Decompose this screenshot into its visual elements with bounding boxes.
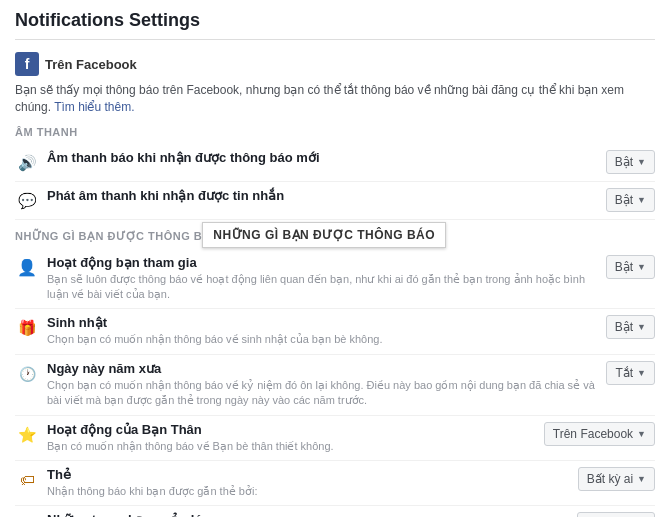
setting-row-the: 🏷 Thẻ Nhận thông báo khi bạn được gắn th…	[15, 461, 655, 506]
page-icon: 📄	[15, 513, 39, 517]
setting-row-nhung-trang-ban-quan-ly: 📄 Những trang bạn quản lý Chỉnh sửa	[15, 506, 655, 517]
sound-subsection-label: ÂM THANH	[15, 126, 655, 138]
setting-subtitle-the: Nhận thông báo khi bạn được gắn thẻ bởi:	[47, 484, 568, 499]
dropdown-am-thanh-bao[interactable]: Bật ▼	[606, 150, 655, 174]
setting-subtitle-hoat-dong-ban-tham-gia: Bạn sẽ luôn được thông báo về hoạt động …	[47, 272, 596, 303]
tooltip-trigger: ... Những gì bạn được thông báo	[202, 230, 213, 242]
dropdown-hoat-dong-ban-tham-gia[interactable]: Bật ▼	[606, 255, 655, 279]
chevron-down-icon: ▼	[637, 368, 646, 378]
facebook-section: f Trên Facebook Bạn sẽ thấy mọi thông bá…	[15, 52, 655, 517]
subsection-truncated: Những gì bạn được thông b	[15, 230, 202, 243]
person-icon: 👤	[15, 256, 39, 280]
chevron-down-icon: ▼	[637, 322, 646, 332]
setting-title-phat-am-thanh: Phát âm thanh khi nhận được tin nhắn	[47, 188, 596, 203]
setting-row-hoat-dong-ban-than: ⭐ Hoạt động của Bạn Thân Bạn có muốn nhậ…	[15, 416, 655, 461]
chat-icon: 💬	[15, 189, 39, 213]
setting-row-phat-am-thanh: 💬 Phát âm thanh khi nhận được tin nhắn B…	[15, 182, 655, 220]
dropdown-hoat-dong-ban-than[interactable]: Trên Facebook ▼	[544, 422, 655, 446]
setting-subtitle-hoat-dong-ban-than: Bạn có muốn nhận thông báo về Bạn bè thâ…	[47, 439, 534, 454]
setting-title-am-thanh-bao: Âm thanh báo khi nhận được thông báo mới	[47, 150, 596, 165]
setting-row-hoat-dong-ban-tham-gia: 👤 Hoạt động bạn tham gia Bạn sẽ luôn đượ…	[15, 249, 655, 310]
section-description: Bạn sẽ thấy mọi thông báo trên Facebook,…	[15, 82, 655, 116]
setting-title-ngay-nay-nam-xua: Ngày này năm xưa	[47, 361, 596, 376]
dropdown-phat-am-thanh[interactable]: Bật ▼	[606, 188, 655, 212]
chevron-down-icon: ▼	[637, 474, 646, 484]
chevron-down-icon: ▼	[637, 157, 646, 167]
setting-title-hoat-dong-ban-tham-gia: Hoạt động bạn tham gia	[47, 255, 596, 270]
chevron-down-icon: ▼	[637, 429, 646, 439]
sound-icon: 🔊	[15, 151, 39, 175]
setting-row-sinh-nhat: 🎁 Sinh nhật Chọn bạn có muốn nhận thông …	[15, 309, 655, 354]
dropdown-the[interactable]: Bất kỳ ai ▼	[578, 467, 655, 491]
dropdown-ngay-nay-nam-xua[interactable]: Tắt ▼	[606, 361, 655, 385]
page-container: Notifications Settings f Trên Facebook B…	[0, 0, 670, 517]
facebook-icon: f	[15, 52, 39, 76]
setting-row-ngay-nay-nam-xua: 🕐 Ngày này năm xưa Chọn bạn có muốn nhận…	[15, 355, 655, 416]
section-header: f Trên Facebook	[15, 52, 655, 76]
dropdown-sinh-nhat[interactable]: Bật ▼	[606, 315, 655, 339]
notification-subsection-label: Những gì bạn được thông b ... Những gì b…	[15, 230, 655, 243]
clock-icon: 🕐	[15, 362, 39, 386]
tag-icon: 🏷	[15, 468, 39, 492]
section-title: Trên Facebook	[45, 57, 137, 72]
setting-subtitle-ngay-nay-nam-xua: Chọn bạn có muốn nhận thông báo về kỷ ni…	[47, 378, 596, 409]
setting-title-hoat-dong-ban-than: Hoạt động của Bạn Thân	[47, 422, 534, 437]
edit-nhung-trang-ban-quan-ly[interactable]: Chỉnh sửa	[577, 512, 655, 517]
setting-title-nhung-trang-ban-quan-ly: Những trang bạn quản lý	[47, 512, 567, 517]
chevron-down-icon: ▼	[637, 262, 646, 272]
setting-row-am-thanh-bao: 🔊 Âm thanh báo khi nhận được thông báo m…	[15, 144, 655, 182]
tooltip-popup: Những gì bạn được thông báo	[202, 222, 446, 248]
chevron-down-icon: ▼	[637, 195, 646, 205]
setting-title-the: Thẻ	[47, 467, 568, 482]
setting-title-sinh-nhat: Sinh nhật	[47, 315, 596, 330]
page-title: Notifications Settings	[15, 10, 655, 40]
bestfriend-icon: ⭐	[15, 423, 39, 447]
setting-subtitle-sinh-nhat: Chọn bạn có muốn nhận thông báo về sinh …	[47, 332, 596, 347]
learn-more-link[interactable]: Tìm hiểu thêm.	[54, 100, 134, 114]
gift-icon: 🎁	[15, 316, 39, 340]
